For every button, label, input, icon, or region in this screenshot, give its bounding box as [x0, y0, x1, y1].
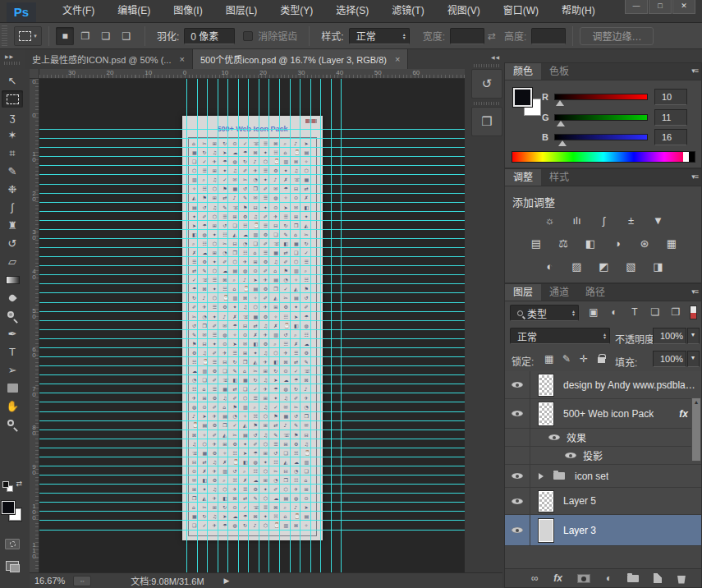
menu-item[interactable]: 窗口(W): [492, 0, 550, 22]
panel-menu-icon[interactable]: ▾≡: [691, 287, 698, 296]
threshold-icon[interactable]: ◩: [594, 260, 614, 274]
tool-move-tool[interactable]: ↖: [2, 72, 23, 90]
filter-type-layers-icon[interactable]: T: [626, 306, 643, 318]
panel-menu-icon[interactable]: ▾≡: [691, 172, 698, 181]
posterize-icon[interactable]: ▨: [567, 260, 587, 274]
filter-pixel-layers-icon[interactable]: ▣: [585, 306, 602, 318]
foreground-background-swatches[interactable]: [2, 501, 24, 523]
minimize-button[interactable]: —: [625, 0, 648, 14]
layer-name[interactable]: Layer 5: [563, 495, 596, 507]
layer-name[interactable]: Layer 3: [563, 525, 596, 536]
channel-slider[interactable]: [554, 134, 648, 140]
layer-row-500-web-icon-pack[interactable]: 500+ Web icon Packfx: [505, 399, 701, 429]
antialias-checkbox[interactable]: [243, 31, 253, 41]
layer-row-icon-set[interactable]: icon set: [505, 465, 701, 488]
layer-thumbnail[interactable]: [539, 374, 553, 396]
foreground-color-swatch[interactable]: [2, 501, 15, 514]
lock-transparency-icon[interactable]: ▦: [544, 353, 553, 365]
zoom-level[interactable]: 16.67%: [34, 576, 65, 586]
black-white-icon[interactable]: ◧: [580, 237, 600, 251]
default-swatches-widget[interactable]: ⇄: [2, 481, 22, 493]
tool-preset-picker[interactable]: ▾: [14, 26, 42, 46]
filter-smart-objects-icon[interactable]: ❐: [668, 306, 684, 318]
slider-thumb-icon[interactable]: [557, 121, 565, 126]
tab-paths[interactable]: 路径: [577, 284, 613, 301]
photo-filter-icon[interactable]: ◑: [608, 237, 627, 251]
color-balance-icon[interactable]: ⚖: [553, 237, 573, 251]
filter-type-dropdown[interactable]: 类型 ▴▾: [510, 305, 579, 321]
swap-dimensions-icon[interactable]: ⇄: [488, 30, 496, 42]
tab-layers[interactable]: 图层: [505, 284, 541, 301]
levels-icon[interactable]: ılı: [567, 214, 587, 228]
tool-blur-tool[interactable]: [2, 289, 23, 306]
vibrance-icon[interactable]: ▼: [649, 214, 668, 228]
tool-type-tool[interactable]: T: [2, 343, 23, 361]
foreground-swatch[interactable]: [513, 88, 532, 107]
canvas-area[interactable]: 500+ Web Icon Pack ⌂✂⊞↻⊙✓☏☰⊠⌕♪➤▦↻♫➤☁☂⊠✦☵…: [39, 79, 465, 572]
tool-pen-tool[interactable]: ✒: [2, 325, 23, 342]
tab-styles[interactable]: 样式: [541, 169, 577, 186]
color-spectrum-ramp[interactable]: [512, 151, 695, 163]
quick-mask-button[interactable]: [2, 535, 23, 553]
channel-value[interactable]: 11: [654, 109, 687, 126]
vertical-ruler[interactable]: 100102030405060708090100110: [30, 79, 39, 572]
add-to-selection-button[interactable]: ❐: [76, 27, 94, 45]
tool-eraser-tool[interactable]: ▱: [2, 253, 23, 270]
refine-edge-button[interactable]: 调整边缘…: [580, 27, 654, 45]
menu-item[interactable]: 编辑(E): [106, 0, 162, 22]
effects-label[interactable]: 效果: [567, 430, 586, 444]
layer-thumbnail[interactable]: [539, 402, 553, 425]
menu-item[interactable]: 选择(S): [324, 0, 380, 22]
layer-style-icon[interactable]: fx: [553, 572, 562, 584]
group-name[interactable]: icon set: [575, 471, 608, 482]
brightness-contrast-icon[interactable]: ☼: [540, 214, 560, 228]
filter-adjustment-layers-icon[interactable]: ◐: [606, 306, 622, 318]
layer-row--[interactable]: 投影: [505, 447, 701, 465]
curves-icon[interactable]: ʃ: [594, 214, 614, 228]
close-icon[interactable]: ×: [179, 54, 184, 64]
visibility-eye-icon[interactable]: [512, 408, 523, 419]
panel-menu-icon[interactable]: ▾≡: [691, 67, 698, 75]
layers-scrollbar[interactable]: ▴: [691, 397, 701, 462]
screen-mode-button[interactable]: [2, 557, 23, 574]
channel-slider[interactable]: [554, 94, 648, 100]
hue-saturation-icon[interactable]: ▤: [526, 237, 546, 251]
height-input[interactable]: [531, 28, 566, 44]
exposure-icon[interactable]: ±: [622, 214, 641, 228]
visibility-eye-icon[interactable]: [565, 450, 576, 461]
collapse-dock-icon[interactable]: ◀◀: [491, 54, 500, 60]
new-selection-button[interactable]: ■: [56, 27, 74, 45]
layer-name[interactable]: design by Andy www.psdbla…: [563, 379, 695, 391]
tool-clone-stamp-tool[interactable]: ♜: [2, 217, 23, 234]
layer-row-layer-5[interactable]: Layer 5: [505, 488, 701, 515]
horizontal-ruler[interactable]: 3020100102030405060: [39, 69, 465, 79]
opacity-dropdown-icon[interactable]: ▾: [687, 328, 700, 344]
channel-value[interactable]: 10: [654, 89, 687, 105]
color-lookup-icon[interactable]: ▦: [662, 237, 681, 251]
slider-thumb-icon[interactable]: [556, 100, 564, 106]
menu-item[interactable]: 文件(F): [51, 0, 106, 22]
properties-panel-button[interactable]: ❒: [471, 107, 502, 136]
visibility-eye-icon[interactable]: [548, 432, 560, 443]
close-button[interactable]: ✕: [672, 0, 695, 14]
channel-value[interactable]: 16: [654, 129, 687, 145]
invert-icon[interactable]: ◐: [540, 260, 560, 274]
visibility-eye-icon[interactable]: [512, 496, 523, 507]
lock-move-icon[interactable]: ✛: [580, 353, 588, 365]
delete-layer-icon[interactable]: [677, 576, 686, 584]
tool-dodge-tool[interactable]: [2, 307, 23, 324]
toolbox-collapse-icon[interactable]: ▶▶: [5, 53, 14, 59]
document-tab-0[interactable]: 史上最性感的ICON.psd @ 50% (...×: [25, 49, 193, 69]
tool-healing-brush-tool[interactable]: ❉: [2, 181, 23, 198]
feather-input[interactable]: 0 像素: [184, 28, 235, 44]
layer-thumbnail[interactable]: [539, 519, 553, 542]
menu-item[interactable]: 滤镜(T): [380, 0, 435, 22]
visibility-eye-icon[interactable]: [512, 525, 523, 535]
tab-channels[interactable]: 通道: [541, 284, 577, 301]
add-mask-icon[interactable]: [577, 574, 590, 583]
subtract-from-selection-button[interactable]: ❏: [97, 27, 115, 45]
history-panel-button[interactable]: ↺: [471, 69, 502, 99]
new-group-icon[interactable]: [627, 575, 639, 582]
tool-hand-tool[interactable]: ✋: [2, 397, 23, 415]
maximize-button[interactable]: □: [649, 0, 672, 14]
